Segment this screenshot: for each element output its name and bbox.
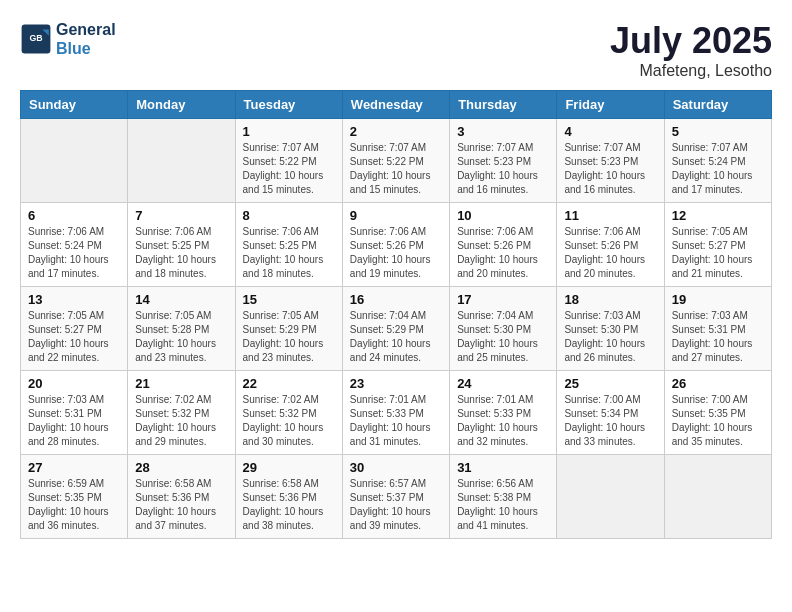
day-number: 28 [135,460,227,475]
calendar-cell: 29Sunrise: 6:58 AM Sunset: 5:36 PM Dayli… [235,455,342,539]
day-number: 10 [457,208,549,223]
day-number: 11 [564,208,656,223]
location-title: Mafeteng, Lesotho [610,62,772,80]
calendar-cell: 13Sunrise: 7:05 AM Sunset: 5:27 PM Dayli… [21,287,128,371]
day-info: Sunrise: 7:07 AM Sunset: 5:23 PM Dayligh… [564,141,656,197]
calendar-cell [557,455,664,539]
day-number: 18 [564,292,656,307]
day-info: Sunrise: 7:05 AM Sunset: 5:27 PM Dayligh… [28,309,120,365]
day-info: Sunrise: 7:00 AM Sunset: 5:34 PM Dayligh… [564,393,656,449]
calendar-cell: 6Sunrise: 7:06 AM Sunset: 5:24 PM Daylig… [21,203,128,287]
calendar-cell: 14Sunrise: 7:05 AM Sunset: 5:28 PM Dayli… [128,287,235,371]
day-info: Sunrise: 7:07 AM Sunset: 5:22 PM Dayligh… [350,141,442,197]
calendar-cell: 26Sunrise: 7:00 AM Sunset: 5:35 PM Dayli… [664,371,771,455]
weekday-header-friday: Friday [557,91,664,119]
day-info: Sunrise: 6:58 AM Sunset: 5:36 PM Dayligh… [135,477,227,533]
day-info: Sunrise: 7:06 AM Sunset: 5:25 PM Dayligh… [135,225,227,281]
day-info: Sunrise: 6:56 AM Sunset: 5:38 PM Dayligh… [457,477,549,533]
weekday-header-saturday: Saturday [664,91,771,119]
day-info: Sunrise: 7:06 AM Sunset: 5:26 PM Dayligh… [564,225,656,281]
day-info: Sunrise: 7:07 AM Sunset: 5:24 PM Dayligh… [672,141,764,197]
month-title: July 2025 [610,20,772,62]
day-number: 24 [457,376,549,391]
day-info: Sunrise: 7:01 AM Sunset: 5:33 PM Dayligh… [350,393,442,449]
day-number: 25 [564,376,656,391]
calendar-cell: 25Sunrise: 7:00 AM Sunset: 5:34 PM Dayli… [557,371,664,455]
day-info: Sunrise: 7:07 AM Sunset: 5:23 PM Dayligh… [457,141,549,197]
day-info: Sunrise: 7:06 AM Sunset: 5:26 PM Dayligh… [457,225,549,281]
week-row-5: 27Sunrise: 6:59 AM Sunset: 5:35 PM Dayli… [21,455,772,539]
day-number: 20 [28,376,120,391]
weekday-header-thursday: Thursday [450,91,557,119]
day-number: 2 [350,124,442,139]
header: GB General Blue July 2025 Mafeteng, Leso… [20,20,772,80]
day-info: Sunrise: 7:06 AM Sunset: 5:24 PM Dayligh… [28,225,120,281]
day-info: Sunrise: 7:07 AM Sunset: 5:22 PM Dayligh… [243,141,335,197]
calendar-cell: 22Sunrise: 7:02 AM Sunset: 5:32 PM Dayli… [235,371,342,455]
day-number: 16 [350,292,442,307]
calendar-cell: 5Sunrise: 7:07 AM Sunset: 5:24 PM Daylig… [664,119,771,203]
week-row-2: 6Sunrise: 7:06 AM Sunset: 5:24 PM Daylig… [21,203,772,287]
logo: GB General Blue [20,20,116,58]
weekday-header-wednesday: Wednesday [342,91,449,119]
logo-icon: GB [20,23,52,55]
logo-blue: Blue [56,39,116,58]
calendar-cell: 21Sunrise: 7:02 AM Sunset: 5:32 PM Dayli… [128,371,235,455]
day-number: 6 [28,208,120,223]
day-info: Sunrise: 7:03 AM Sunset: 5:30 PM Dayligh… [564,309,656,365]
calendar-cell [21,119,128,203]
calendar-cell: 3Sunrise: 7:07 AM Sunset: 5:23 PM Daylig… [450,119,557,203]
day-number: 4 [564,124,656,139]
day-number: 23 [350,376,442,391]
week-row-1: 1Sunrise: 7:07 AM Sunset: 5:22 PM Daylig… [21,119,772,203]
day-number: 7 [135,208,227,223]
day-info: Sunrise: 6:59 AM Sunset: 5:35 PM Dayligh… [28,477,120,533]
day-number: 3 [457,124,549,139]
day-info: Sunrise: 7:05 AM Sunset: 5:28 PM Dayligh… [135,309,227,365]
title-section: July 2025 Mafeteng, Lesotho [610,20,772,80]
day-number: 12 [672,208,764,223]
calendar-cell: 11Sunrise: 7:06 AM Sunset: 5:26 PM Dayli… [557,203,664,287]
calendar-cell: 2Sunrise: 7:07 AM Sunset: 5:22 PM Daylig… [342,119,449,203]
calendar-cell: 9Sunrise: 7:06 AM Sunset: 5:26 PM Daylig… [342,203,449,287]
calendar-cell: 4Sunrise: 7:07 AM Sunset: 5:23 PM Daylig… [557,119,664,203]
weekday-header-tuesday: Tuesday [235,91,342,119]
calendar-cell: 7Sunrise: 7:06 AM Sunset: 5:25 PM Daylig… [128,203,235,287]
day-info: Sunrise: 7:02 AM Sunset: 5:32 PM Dayligh… [135,393,227,449]
weekday-header-monday: Monday [128,91,235,119]
calendar-cell: 15Sunrise: 7:05 AM Sunset: 5:29 PM Dayli… [235,287,342,371]
day-number: 1 [243,124,335,139]
day-number: 14 [135,292,227,307]
day-info: Sunrise: 7:06 AM Sunset: 5:26 PM Dayligh… [350,225,442,281]
calendar-cell [128,119,235,203]
day-number: 31 [457,460,549,475]
day-number: 9 [350,208,442,223]
day-number: 26 [672,376,764,391]
day-info: Sunrise: 7:03 AM Sunset: 5:31 PM Dayligh… [672,309,764,365]
calendar-cell: 8Sunrise: 7:06 AM Sunset: 5:25 PM Daylig… [235,203,342,287]
day-number: 30 [350,460,442,475]
day-number: 27 [28,460,120,475]
day-number: 21 [135,376,227,391]
calendar-cell: 27Sunrise: 6:59 AM Sunset: 5:35 PM Dayli… [21,455,128,539]
calendar-cell: 30Sunrise: 6:57 AM Sunset: 5:37 PM Dayli… [342,455,449,539]
day-info: Sunrise: 7:05 AM Sunset: 5:27 PM Dayligh… [672,225,764,281]
week-row-3: 13Sunrise: 7:05 AM Sunset: 5:27 PM Dayli… [21,287,772,371]
calendar-cell [664,455,771,539]
svg-text:GB: GB [29,33,42,43]
day-info: Sunrise: 7:00 AM Sunset: 5:35 PM Dayligh… [672,393,764,449]
calendar-cell: 17Sunrise: 7:04 AM Sunset: 5:30 PM Dayli… [450,287,557,371]
day-info: Sunrise: 7:04 AM Sunset: 5:30 PM Dayligh… [457,309,549,365]
calendar: SundayMondayTuesdayWednesdayThursdayFrid… [20,90,772,539]
calendar-cell: 31Sunrise: 6:56 AM Sunset: 5:38 PM Dayli… [450,455,557,539]
day-info: Sunrise: 7:04 AM Sunset: 5:29 PM Dayligh… [350,309,442,365]
week-row-4: 20Sunrise: 7:03 AM Sunset: 5:31 PM Dayli… [21,371,772,455]
calendar-cell: 24Sunrise: 7:01 AM Sunset: 5:33 PM Dayli… [450,371,557,455]
day-number: 13 [28,292,120,307]
weekday-header-row: SundayMondayTuesdayWednesdayThursdayFrid… [21,91,772,119]
day-number: 17 [457,292,549,307]
day-number: 5 [672,124,764,139]
day-info: Sunrise: 7:05 AM Sunset: 5:29 PM Dayligh… [243,309,335,365]
day-number: 29 [243,460,335,475]
day-number: 22 [243,376,335,391]
